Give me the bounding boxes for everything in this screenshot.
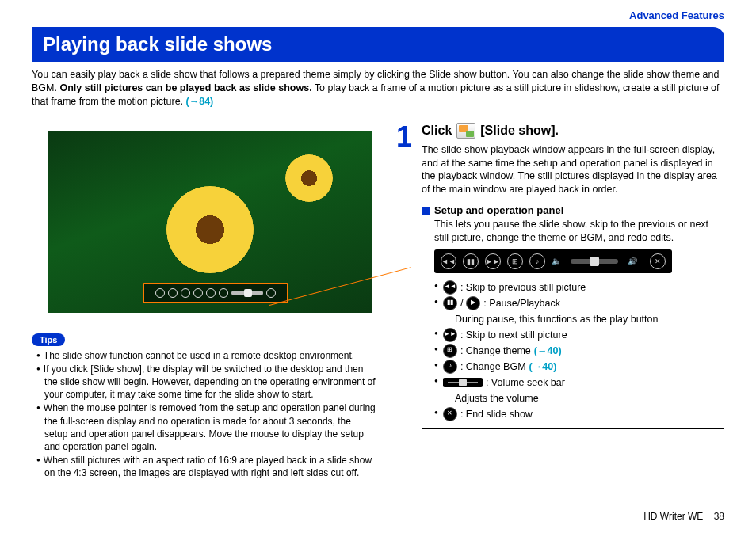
legend-volume: : Volume seek bar [434, 375, 724, 390]
slash: / [460, 295, 463, 311]
intro-bold: Only still pictures can be played back a… [59, 82, 311, 93]
step-number: 1 [396, 123, 412, 151]
intro-ref-link[interactable]: (→84) [186, 96, 214, 107]
pause-icon: ▮▮ [463, 253, 479, 269]
tips-item: When still pictures with an aspect ratio… [44, 454, 376, 479]
prev-icon: ◄◄ [443, 280, 457, 295]
footer-page-number: 38 [714, 511, 724, 522]
speaker-high-icon: 🔊 [628, 257, 637, 265]
tips-item: The slide show function cannot be used i… [44, 349, 376, 362]
tips-item: When the mouse pointer is removed from t… [44, 402, 376, 453]
volume-seek-icon [443, 378, 483, 387]
tips-list: The slide show function cannot be used i… [32, 349, 376, 480]
legend-theme-ref[interactable]: (→40) [534, 343, 562, 359]
legend-bgm-text: : Change BGM [460, 359, 526, 375]
page-title: Playing back slide shows [32, 27, 724, 62]
flower-graphic-small [285, 154, 333, 202]
theme-icon: ⊞ [443, 344, 457, 358]
flower-graphic [166, 186, 254, 273]
close-icon: ✕ [443, 407, 457, 421]
slide-show-icon [456, 123, 475, 139]
legend-next: ►► : Skip to next still picture [434, 327, 724, 343]
step-title-pre: Click [422, 124, 452, 138]
legend-pause: ▮▮ / ▶ : Pause/Playback [434, 295, 724, 311]
theme-icon: ⊞ [507, 253, 523, 269]
legend-theme: ⊞ : Change theme (→40) [434, 343, 724, 359]
pause-icon: ▮▮ [443, 296, 457, 310]
step-title: Click [Slide show]. [422, 123, 724, 139]
legend-volume-text: : Volume seek bar [486, 375, 565, 390]
blue-square-icon [422, 207, 430, 215]
legend-pause-note: During pause, this functions as the play… [455, 311, 724, 327]
section-header: Advanced Features [629, 10, 724, 21]
legend-list: ◄◄ : Skip to previous still picture ▮▮ /… [434, 280, 724, 422]
close-icon: ✕ [650, 253, 666, 269]
intro-paragraph: You can easily play back a slide show th… [32, 68, 724, 109]
prev-icon: ◄◄ [441, 253, 456, 269]
legend-volume-note: Adjusts the volume [455, 390, 724, 406]
legend-bgm-ref[interactable]: (→40) [529, 359, 557, 375]
volume-seek [571, 259, 618, 264]
slideshow-screenshot [48, 131, 372, 313]
bgm-icon: ♪ [443, 360, 457, 374]
page-footer: HD Writer WE 38 [643, 511, 724, 522]
step-description: The slide show playback window appears i… [422, 143, 724, 197]
tips-item: If you click [Slide show], the display w… [44, 363, 376, 402]
next-icon: ►► [443, 328, 457, 342]
legend-bgm: ♪ : Change BGM (→40) [434, 359, 724, 375]
legend-next-text: : Skip to next still picture [460, 327, 567, 343]
speaker-low-icon: 🔈 [552, 257, 561, 265]
legend-theme-text: : Change theme [460, 343, 531, 359]
next-icon: ►► [485, 253, 501, 269]
legend-prev: ◄◄ : Skip to previous still picture [434, 280, 724, 295]
legend-prev-text: : Skip to previous still picture [460, 280, 586, 295]
step-title-post: [Slide show]. [480, 124, 559, 138]
legend-end-text: : End slide show [460, 406, 533, 422]
footer-product: HD Writer WE [643, 511, 703, 522]
sub-description: This lets you pause the slide show, skip… [434, 218, 724, 245]
sub-heading-text: Setup and operation panel [434, 204, 563, 216]
sub-heading: Setup and operation panel [422, 204, 724, 216]
panel-highlight-box [143, 283, 288, 303]
operation-panel-image: ◄◄ ▮▮ ►► ⊞ ♪ 🔈 🔊 ✕ [434, 249, 672, 273]
legend-end: ✕ : End slide show [434, 406, 724, 422]
play-icon: ▶ [466, 296, 480, 310]
bgm-icon: ♪ [529, 253, 545, 269]
legend-pause-text: : Pause/Playback [483, 295, 560, 311]
divider [422, 428, 724, 429]
tips-badge: Tips [32, 333, 65, 346]
